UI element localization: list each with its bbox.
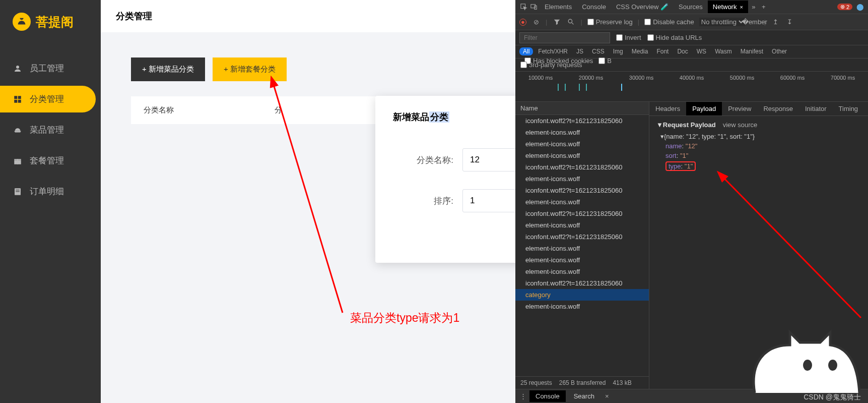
label-sort: 排序: (393, 195, 453, 207)
request-row[interactable]: iconfont.woff2?t=1621231825060 (515, 231, 649, 243)
sidebar-item-3[interactable]: 套餐管理 (0, 147, 101, 174)
third-party-checkbox[interactable]: 3rd-party requests (520, 61, 582, 69)
request-row[interactable]: element-icons.woff (515, 254, 649, 266)
toolbar: + 新增菜品分类 + 新增套餐分类 (131, 57, 485, 81)
view-source-link[interactable]: view source (723, 121, 758, 129)
devtools-tab-network[interactable]: Network× (708, 1, 748, 13)
detail-tab-initiator[interactable]: Initiator (799, 102, 833, 116)
type-filter-all[interactable]: All (519, 47, 533, 55)
request-row[interactable]: iconfont.woff2?t=1621231825060 (515, 161, 649, 173)
wifi-icon[interactable]: �ember (750, 18, 759, 27)
info-badge[interactable]: ⬤ (856, 3, 864, 11)
third-party-row: 3rd-party requests (515, 59, 868, 72)
more-tabs-icon[interactable]: » (749, 3, 758, 12)
clear-icon[interactable]: ⊘ (531, 18, 541, 27)
download-icon[interactable]: ↧ (785, 18, 794, 27)
name-column-header[interactable]: Name (515, 102, 649, 115)
sidebar-item-1[interactable]: 分类管理 (0, 86, 96, 112)
dish-icon (13, 125, 23, 135)
upload-icon[interactable]: ↥ (771, 18, 780, 27)
request-row[interactable]: element-icons.woff (515, 301, 649, 312)
filter-icon[interactable] (552, 18, 561, 27)
type-filter-css[interactable]: CSS (588, 47, 608, 55)
annotation-text: 菜品分类type请求为1 (350, 310, 459, 326)
sidebar-item-2[interactable]: 菜品管理 (0, 117, 101, 143)
request-row[interactable]: iconfont.woff2?t=1621231825060 (515, 208, 649, 219)
devtools-tab-elements[interactable]: Elements (540, 1, 577, 13)
request-row[interactable]: element-icons.woff (515, 219, 649, 231)
search-icon[interactable] (566, 18, 575, 27)
svg-rect-7 (17, 159, 18, 164)
svg-line-17 (720, 174, 861, 318)
sort-input[interactable] (462, 189, 515, 212)
request-row[interactable]: element-icons.woff (515, 150, 649, 161)
request-list-panel: Name iconfont.woff2?t=1621231825060eleme… (515, 102, 649, 389)
main-area: 分类管理 + 新增菜品分类 + 新增套餐分类 分类名称 分 新增菜品分类 分类名… (101, 0, 515, 403)
inspect-icon[interactable] (519, 3, 528, 12)
logo-icon (13, 13, 31, 31)
type-filter-manifest[interactable]: Manifest (737, 47, 767, 55)
disable-cache-checkbox[interactable]: Disable cache (644, 18, 694, 26)
filter-input[interactable] (519, 32, 610, 43)
status-bar: 25 requests 265 B transferred 413 kB (515, 376, 649, 389)
detail-tab-response[interactable]: Response (757, 102, 799, 116)
request-row[interactable]: element-icons.woff (515, 127, 649, 138)
brand-text: 菩提阁 (36, 14, 74, 30)
add-set-category-button[interactable]: + 新增套餐分类 (213, 57, 287, 81)
gift-icon (13, 156, 23, 166)
devtools-main-tabs: ElementsConsoleCSS Overview 🧪SourcesNetw… (515, 0, 868, 14)
sidebar-item-4[interactable]: 订单明细 (0, 178, 101, 205)
type-filter-fetch-xhr[interactable]: Fetch/XHR (535, 47, 571, 55)
type-filter-media[interactable]: Media (628, 47, 652, 55)
svg-line-16 (572, 23, 573, 24)
type-filter-img[interactable]: Img (610, 47, 627, 55)
plus-icon[interactable]: + (759, 3, 768, 12)
error-badge[interactable]: ⊗ 2 (837, 4, 852, 10)
devtools-tab-console[interactable]: Console (577, 1, 611, 13)
user-icon (13, 64, 23, 74)
type-filter-js[interactable]: JS (573, 47, 587, 55)
device-icon[interactable] (529, 3, 539, 12)
col-name: 分类名称 (144, 105, 174, 115)
request-row[interactable]: element-icons.woff (515, 138, 649, 150)
type-filter-other[interactable]: Other (768, 47, 790, 55)
request-row[interactable]: category (515, 289, 649, 301)
page-title: 分类管理 (101, 0, 515, 32)
preserve-log-checkbox[interactable]: Preserve log (587, 18, 633, 26)
type-filter-font[interactable]: Font (653, 47, 672, 55)
request-row[interactable]: iconfont.woff2?t=1621231825060 (515, 277, 649, 289)
invert-checkbox[interactable]: Invert (616, 34, 641, 41)
svg-rect-2 (18, 96, 21, 99)
detail-tab-preview[interactable]: Preview (722, 102, 757, 116)
detail-tab-timing[interactable]: Timing (833, 102, 864, 116)
request-row[interactable]: element-icons.woff (515, 196, 649, 208)
drawer-close-icon[interactable]: × (603, 392, 612, 401)
sidebar: 菩提阁 员工管理分类管理菜品管理套餐管理订单明细 (0, 0, 101, 403)
type-filter-ws[interactable]: WS (693, 47, 710, 55)
request-row[interactable]: element-icons.woff (515, 266, 649, 277)
type-filter-doc[interactable]: Doc (674, 47, 691, 55)
record-icon[interactable]: ● (519, 19, 526, 26)
drawer-menu-icon[interactable]: ⋮ (518, 392, 527, 401)
throttling-select[interactable]: No throttling (699, 18, 745, 26)
drawer-console-tab[interactable]: Console (529, 390, 566, 402)
request-row[interactable]: element-icons.woff (515, 173, 649, 185)
type-filter-wasm[interactable]: Wasm (711, 47, 736, 55)
devtools-tab-sources[interactable]: Sources (674, 1, 708, 13)
devtools-tab-css-overview[interactable]: CSS Overview 🧪 (611, 1, 674, 13)
request-row[interactable]: iconfont.woff2?t=1621231825060 (515, 115, 649, 127)
detail-tab-headers[interactable]: Headers (649, 102, 686, 116)
add-dish-category-button[interactable]: + 新增菜品分类 (131, 57, 205, 81)
request-row[interactable]: iconfont.woff2?t=1621231825060 (515, 185, 649, 196)
detail-tab-payload[interactable]: Payload (686, 102, 722, 116)
svg-point-19 (828, 360, 837, 371)
request-row[interactable]: element-icons.woff (515, 243, 649, 254)
category-name-input[interactable] (462, 148, 515, 171)
sidebar-item-0[interactable]: 员工管理 (0, 55, 101, 82)
payload-row-name: name: "12" (656, 141, 861, 151)
payload-summary: ▾{name: "12", type: "1", sort: "1"} (656, 132, 861, 141)
payload-row-sort: sort: "1" (656, 151, 861, 160)
hide-urls-checkbox[interactable]: Hide data URLs (647, 34, 702, 41)
timeline[interactable]: 10000 ms20000 ms30000 ms40000 ms50000 ms… (515, 72, 868, 102)
drawer-search-tab[interactable]: Search (568, 390, 600, 402)
